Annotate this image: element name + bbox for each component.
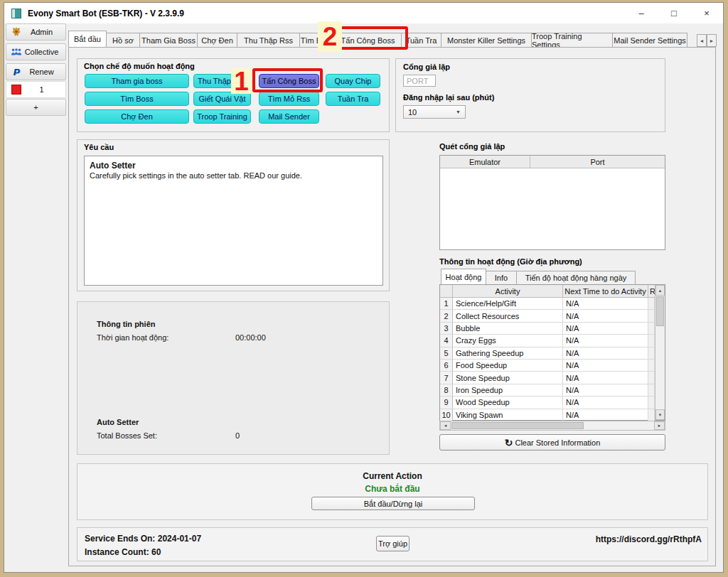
mode-button-cho-den[interactable]: Chợ Đen [85,109,189,124]
sidebar-item-label: Renew [22,68,65,76]
requirements-body: Carefully pick settings in the auto sett… [90,171,378,180]
next-time-cell: N/A [563,409,648,421]
total-bosses-label: Total Bosses Set: [97,431,157,440]
scroll-down-icon[interactable]: ▼ [655,409,665,420]
mode-button-quay-chip[interactable]: Quay Chip [326,74,380,88]
scroll-left-icon[interactable]: ◄ [440,421,451,430]
table-row[interactable]: 1Science/Help/GiftN/A [440,298,655,310]
horizontal-scroll-thumb[interactable] [451,422,584,429]
next-time-cell: N/A [563,323,648,335]
scroll-right-icon[interactable]: ► [654,421,665,430]
table-row[interactable]: 9Wood SpeedupN/A [440,397,655,409]
requirements-heading: Auto Setter [90,161,378,171]
activity-title: Thông tin hoạt động (Giờ địa phương) [439,257,582,266]
mode-button-tim-boss[interactable]: Tìm Boss [85,92,189,106]
table-row[interactable]: 3BubbleN/A [440,323,655,335]
annotation-step-1: 1 [231,68,252,94]
tab-tien-do[interactable]: Tiến độ hoạt động hàng ngày [516,271,636,284]
sidebar-item-admin[interactable]: Admin [6,23,66,41]
row-number: 5 [440,347,453,360]
mode-button-mail-sender[interactable]: Mail Sender [259,109,319,124]
next-time-cell: N/A [563,384,648,397]
mode-button-tham-gia-boss[interactable]: Tham gia boss [85,74,189,88]
session-info-panel: Thông tin phiên Thời gian hoạt động: 00:… [77,301,390,455]
relogin-value: 10 [408,108,417,117]
port-input[interactable] [403,75,436,87]
tab-thu-thap-rss[interactable]: Thu Thập Rss [237,33,300,47]
scroll-up-icon[interactable]: ▲ [655,285,665,296]
help-button[interactable]: Trợ giúp [376,536,410,551]
r-column-header: R [648,285,655,298]
emulator-table: Emulator Port [439,155,665,250]
next-time-cell: N/A [563,298,648,310]
tab-monster-killer-settings[interactable]: Monster Killer Settings [441,33,532,47]
row-number: 10 [440,409,453,421]
add-instance-label: + [6,103,65,112]
next-time-cell: N/A [563,372,648,384]
minimize-icon[interactable]: – [625,3,658,23]
row-action-cell [648,347,655,360]
sidebar-item-instance-1[interactable]: 1 [6,81,66,98]
app-icon [11,9,21,18]
vertical-scroll-thumb[interactable] [656,296,664,326]
activity-table: Activity Next Time to do Activity R 1Sci… [439,284,665,421]
table-row[interactable]: 5Gathering SpeedupN/A [440,347,655,360]
row-number: 7 [440,372,453,384]
table-row[interactable]: 2Collect ResourcesN/A [440,310,655,322]
vertical-scrollbar[interactable]: ▲ ▼ [655,285,665,420]
tab-scroll-left-icon[interactable]: ◄ [697,34,707,47]
annotation-step-2: 2 [318,21,342,52]
row-number-header [440,285,453,298]
tab-scroll-right-icon[interactable]: ► [707,34,717,47]
port-column-header: Port [530,156,665,168]
clear-stored-info-button[interactable]: ↻ Clear Stored Information [439,434,665,451]
tab-cho-den[interactable]: Chợ Đen [197,33,237,47]
close-icon[interactable]: × [690,3,723,23]
activity-table-header: Activity Next Time to do Activity R [440,285,655,298]
table-row[interactable]: 6Food SpeedupN/A [440,360,655,372]
sidebar-item-add-instance[interactable]: + [6,99,66,116]
tab-ho-so[interactable]: Hồ sơ [106,33,140,47]
next-time-cell: N/A [563,335,648,347]
row-action-cell [648,397,655,409]
mode-button-tim-mo-rss[interactable]: Tìm Mỏ Rss [259,92,319,106]
row-number: 3 [440,323,453,335]
activity-cell: Wood Speedup [453,397,563,409]
sidebar-item-renew[interactable]: P Renew [6,63,66,80]
tab-hoat-dong[interactable]: Hoạt động [441,269,486,284]
row-action-cell [648,372,655,384]
sidebar-item-label: Admin [22,28,65,36]
next-time-cell: N/A [563,310,648,322]
emulator-table-header: Emulator Port [440,156,665,168]
row-number: 2 [440,310,453,322]
mode-button-tuan-tra[interactable]: Tuần Tra [326,92,380,106]
tab-troop-training-settings[interactable]: Troop Training Settings [531,33,613,47]
relogin-label: Đăng nhập lại sau (phút) [403,93,494,102]
relogin-select[interactable]: 10 ▼ [403,105,466,119]
row-action-cell [648,310,655,322]
row-action-cell [648,323,655,335]
tab-mail-sender-settings[interactable]: Mail Sender Settings [612,33,687,47]
start-stop-button[interactable]: Bắt đầu/Dừng lại [311,497,475,510]
crest-icon [11,27,22,37]
activity-column-header: Activity [453,285,563,298]
sidebar-item-collective[interactable]: Collective [6,43,66,60]
table-row[interactable]: 10Viking SpawnN/A [440,409,655,421]
tab-info[interactable]: Info [486,271,517,284]
sidebar-item-label: 1 [22,85,65,94]
row-action-cell [648,360,655,372]
horizontal-scrollbar[interactable]: ◄ ► [439,421,665,431]
row-number: 9 [440,397,453,409]
annotation-box-tab [338,26,408,50]
session-title: Thông tin phiên [97,320,155,328]
requirements-group: Yêu cầu Auto Setter Carefully pick setti… [77,139,390,291]
table-row[interactable]: 7Stone SpeedupN/A [440,372,655,384]
maximize-icon[interactable]: □ [658,3,690,23]
activity-cell: Science/Help/Gift [453,298,563,310]
chevron-down-icon: ▼ [456,109,461,114]
table-row[interactable]: 8Iron SpeedupN/A [440,384,655,397]
tab-bat-dau[interactable]: Bắt đầu [68,31,107,47]
table-row[interactable]: 4Crazy EggsN/A [440,335,655,347]
mode-button-troop-training[interactable]: Troop Training [193,109,251,124]
tab-tham-gia-boss[interactable]: Tham Gia Boss [139,33,198,47]
